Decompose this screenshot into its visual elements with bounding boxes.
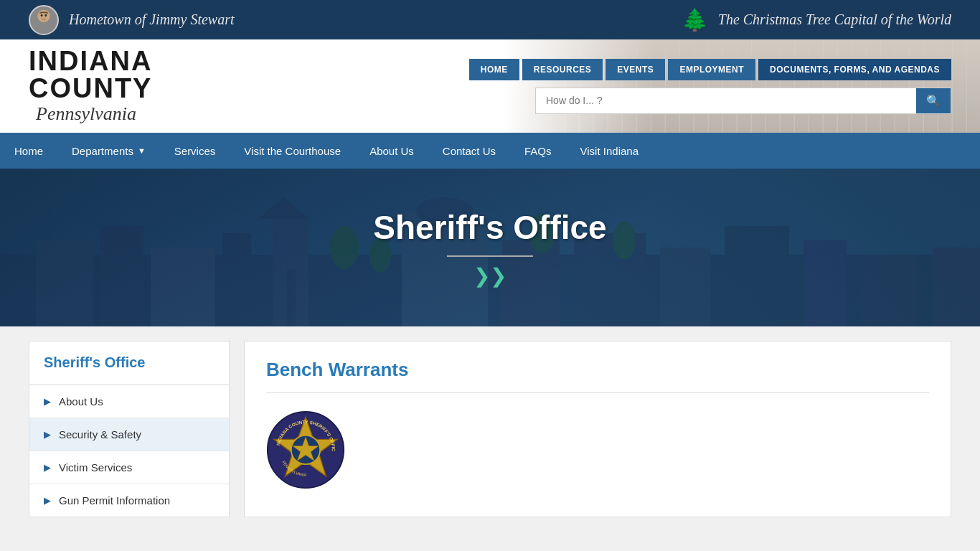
nav-services[interactable]: Services <box>160 133 230 169</box>
svg-rect-17 <box>660 248 710 326</box>
hero-title: Sheriff's Office <box>373 208 606 247</box>
sidebar-label-gun: Gun Permit Information <box>59 494 170 507</box>
sheriff-badge-container: INDIANA COUNTY SHERIFF'S OFFICE PENNSYLV… <box>266 410 929 492</box>
sidebar-item-victim[interactable]: ▶ Victim Services <box>29 451 229 484</box>
top-nav-events[interactable]: EVENTS <box>606 59 665 80</box>
nav-visit-courthouse[interactable]: Visit the Courthouse <box>230 133 355 169</box>
nav-about-us[interactable]: About Us <box>355 133 428 169</box>
logo-indiana: INDIANA <box>29 47 152 75</box>
jimmy-text: Hometown of Jimmy Stewart <box>69 11 235 28</box>
jimmy-avatar <box>29 5 59 35</box>
nav-visit-indiana[interactable]: Visit Indiana <box>566 133 653 169</box>
search-bar: 🔍 <box>535 88 951 114</box>
hero-scroll-chevron: ❯❯ <box>447 255 533 288</box>
svg-rect-6 <box>36 240 93 326</box>
arrow-icon-about: ▶ <box>44 397 50 407</box>
hero-section: Sheriff's Office ❯❯ <box>0 169 980 326</box>
svg-point-22 <box>330 226 359 269</box>
main-title: Bench Warrants <box>266 359 929 381</box>
banner-left: Hometown of Jimmy Stewart <box>29 5 235 35</box>
nav-departments[interactable]: Departments ▼ <box>57 133 160 169</box>
sidebar-item-gun-permit[interactable]: ▶ Gun Permit Information <box>29 484 229 517</box>
header: INDIANA COUNTY Pennsylvania HOME RESOURC… <box>0 39 980 133</box>
main-content: Bench Warrants INDIANA COUNTY SHERIFF'S … <box>244 341 951 517</box>
svg-point-4 <box>44 14 47 17</box>
sheriff-badge-svg: INDIANA COUNTY SHERIFF'S OFFICE PENNSYLV… <box>266 410 345 489</box>
svg-rect-19 <box>804 240 847 326</box>
christmas-text: The Christmas Tree Capital of the World <box>718 11 951 28</box>
sidebar-label-security: Security & Safety <box>59 428 141 441</box>
top-nav: HOME RESOURCES EVENTS EMPLOYMENT DOCUMEN… <box>469 59 951 80</box>
header-content: INDIANA COUNTY Pennsylvania HOME RESOURC… <box>29 47 951 125</box>
content-area: Sheriff's Office ▶ About Us ▶ Security &… <box>0 326 980 546</box>
sidebar-label-about-us: About Us <box>59 395 103 408</box>
hero-content: Sheriff's Office ❯❯ <box>373 208 606 288</box>
svg-point-25 <box>613 222 636 259</box>
logo-pennsylvania: Pennsylvania <box>29 103 152 125</box>
svg-rect-9 <box>222 233 251 326</box>
svg-rect-12 <box>287 269 296 326</box>
logo-county: COUNTY <box>29 75 152 102</box>
sidebar: Sheriff's Office ▶ About Us ▶ Security &… <box>29 341 230 517</box>
top-banner: Hometown of Jimmy Stewart 🌲 The Christma… <box>0 0 980 39</box>
nav-home[interactable]: Home <box>0 133 57 169</box>
content-divider <box>266 392 929 393</box>
nav-faqs[interactable]: FAQs <box>510 133 566 169</box>
sidebar-title: Sheriff's Office <box>29 342 229 385</box>
main-nav: Home Departments ▼ Services Visit the Co… <box>0 133 980 169</box>
arrow-icon-victim: ▶ <box>44 463 50 473</box>
top-nav-resources[interactable]: RESOURCES <box>522 59 603 80</box>
tree-icon: 🌲 <box>682 7 708 32</box>
svg-rect-20 <box>861 255 918 326</box>
header-right: HOME RESOURCES EVENTS EMPLOYMENT DOCUMEN… <box>469 59 951 114</box>
svg-point-3 <box>41 14 43 17</box>
sidebar-item-about-us[interactable]: ▶ About Us <box>29 385 229 418</box>
svg-rect-8 <box>151 248 215 326</box>
arrow-icon-gun: ▶ <box>44 496 50 506</box>
departments-chevron: ▼ <box>138 146 146 155</box>
search-button[interactable]: 🔍 <box>916 88 951 113</box>
arrow-icon-security: ▶ <box>44 430 50 440</box>
top-nav-documents[interactable]: DOCUMENTS, FORMS, AND AGENDAS <box>758 59 951 80</box>
search-input[interactable] <box>536 89 916 112</box>
svg-rect-21 <box>933 248 980 326</box>
top-nav-home[interactable]: HOME <box>469 59 519 80</box>
top-nav-employment[interactable]: EMPLOYMENT <box>668 59 755 80</box>
sidebar-label-victim: Victim Services <box>59 461 132 474</box>
svg-marker-11 <box>258 197 308 219</box>
svg-rect-7 <box>100 226 143 326</box>
banner-right: 🌲 The Christmas Tree Capital of the Worl… <box>682 7 951 32</box>
nav-contact-us[interactable]: Contact Us <box>428 133 510 169</box>
sidebar-item-security[interactable]: ▶ Security & Safety <box>29 418 229 451</box>
svg-rect-18 <box>725 226 789 326</box>
svg-point-1 <box>34 24 54 33</box>
svg-point-2 <box>37 9 50 22</box>
logo-area[interactable]: INDIANA COUNTY Pennsylvania <box>29 47 152 125</box>
